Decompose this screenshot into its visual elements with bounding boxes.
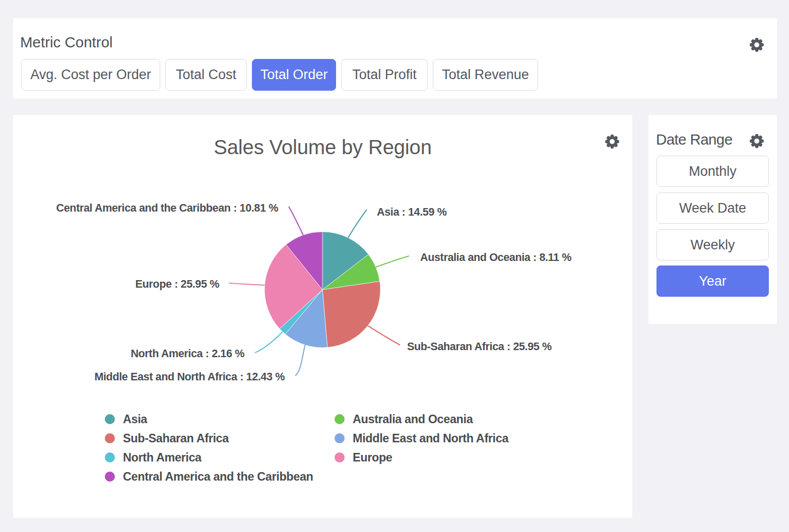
svg-text:Middle East and North Africa: Middle East and North Africa [353, 432, 509, 445]
svg-text:Australia and Oceania: Australia and Oceania [353, 413, 474, 426]
svg-text:North America: North America [123, 451, 202, 464]
svg-text:North America : 2.16 %: North America : 2.16 % [130, 347, 244, 360]
svg-text:Sub-Saharan Africa: Sub-Saharan Africa [123, 432, 229, 445]
svg-text:Europe: Europe [353, 451, 392, 464]
svg-text:Asia : 14.59 %: Asia : 14.59 % [377, 206, 447, 218]
svg-text:Europe : 25.95 %: Europe : 25.95 % [136, 278, 220, 290]
svg-text:Middle East and North Africa :: Middle East and North Africa : 12.43 % [94, 370, 285, 383]
svg-text:Central America and the Caribb: Central America and the Caribbean [123, 470, 313, 483]
svg-text:Australia and Oceania : 8.11 %: Australia and Oceania : 8.11 % [420, 251, 571, 263]
svg-text:Sub-Saharan Africa : 25.95 %: Sub-Saharan Africa : 25.95 % [407, 340, 552, 353]
svg-text:Asia: Asia [123, 413, 148, 426]
svg-text:Central America and the Caribb: Central America and the Caribbean : 10.8… [56, 202, 279, 214]
